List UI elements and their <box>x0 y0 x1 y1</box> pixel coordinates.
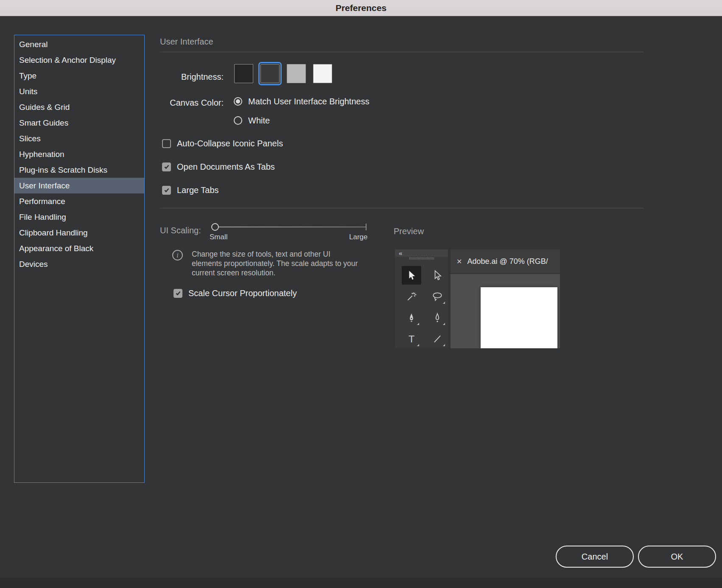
checkbox-label: Auto-Collapse Iconic Panels <box>177 139 283 148</box>
checkbox-checked-icon <box>174 289 182 298</box>
slider-max-label: Large <box>349 233 367 241</box>
slider-end-tick <box>366 224 367 230</box>
checkbox-unchecked-icon <box>162 139 171 148</box>
ui-scaling-info-text: Change the size of tools, text and other… <box>192 249 361 277</box>
radio-white[interactable]: White <box>234 115 270 126</box>
checkbox-scale-cursor-proportionately[interactable]: Scale Cursor Proportionately <box>174 288 297 299</box>
sidebar-item-selection-anchor-display[interactable]: Selection & Anchor Display <box>14 52 144 68</box>
divider <box>160 52 644 52</box>
radio-label: White <box>248 116 270 126</box>
canvas-color-label: Canvas Color: <box>160 98 224 108</box>
preview-tab-title: Adobe.ai @ 70% (RGB/ <box>467 257 548 266</box>
ui-scaling-label: UI Scaling: <box>160 226 201 235</box>
info-icon: i <box>172 250 183 260</box>
checkbox-label: Large Tabs <box>177 185 219 195</box>
window-title: Preferences <box>336 3 386 13</box>
preview-artboard <box>481 287 557 348</box>
preview-document-tab: ✕ Adobe.ai @ 70% (RGB/ <box>451 249 560 274</box>
sidebar-item-smart-guides[interactable]: Smart Guides <box>14 115 144 131</box>
sidebar-item-units[interactable]: Units <box>14 84 144 99</box>
ui-scaling-slider[interactable] <box>211 222 370 235</box>
sidebar-item-appearance-of-black[interactable]: Appearance of Black <box>14 241 144 256</box>
sidebar-item-slices[interactable]: Slices <box>14 131 144 146</box>
ok-button[interactable]: OK <box>638 546 716 568</box>
type-tool-icon: T <box>402 330 421 348</box>
page-title: User Interface <box>160 37 213 47</box>
sidebar-item-plugins-scratch-disks[interactable]: Plug-ins & Scratch Disks <box>14 162 144 178</box>
sidebar-item-hyphenation[interactable]: Hyphenation <box>14 146 144 162</box>
radio-selected-icon <box>234 97 242 106</box>
radio-unselected-icon <box>234 116 242 125</box>
sidebar-item-performance[interactable]: Performance <box>14 193 144 209</box>
check-icon <box>164 187 170 193</box>
preview-canvas <box>451 274 560 348</box>
radio-label: Match User Interface Brightness <box>248 97 369 106</box>
checkbox-checked-icon <box>162 162 171 171</box>
preview-document-area: ✕ Adobe.ai @ 70% (RGB/ <box>451 249 560 348</box>
cancel-button[interactable]: Cancel <box>556 546 634 568</box>
sidebar-item-clipboard-handling[interactable]: Clipboard Handling <box>14 225 144 241</box>
curvature-tool-icon <box>428 308 447 327</box>
preview-tools-grid: T <box>395 266 448 348</box>
collapse-icon: « <box>399 249 402 257</box>
divider <box>160 208 644 208</box>
magic-wand-tool-icon <box>402 287 421 306</box>
slider-knob[interactable] <box>211 223 219 231</box>
brightness-swatch-light[interactable] <box>313 64 332 83</box>
slider-track[interactable] <box>215 227 366 227</box>
brightness-swatch-dark[interactable] <box>234 64 253 83</box>
sidebar-item-devices[interactable]: Devices <box>14 256 144 272</box>
close-icon: ✕ <box>456 258 462 266</box>
sidebar-item-file-handling[interactable]: File Handling <box>14 209 144 225</box>
sidebar-item-guides-grid[interactable]: Guides & Grid <box>14 99 144 115</box>
preview-tools-panel: « <box>395 249 451 348</box>
radio-match-ui-brightness[interactable]: Match User Interface Brightness <box>234 96 369 106</box>
titlebar: Preferences <box>0 0 722 16</box>
preview-label: Preview <box>394 227 424 236</box>
brightness-swatch-medium-light[interactable] <box>287 64 306 83</box>
lasso-tool-icon <box>428 287 447 306</box>
checkbox-large-tabs[interactable]: Large Tabs <box>162 185 219 196</box>
checkbox-checked-icon <box>162 186 171 195</box>
sidebar-item-type[interactable]: Type <box>14 68 144 84</box>
sidebar-item-general[interactable]: General <box>14 36 144 52</box>
checkbox-open-documents-as-tabs[interactable]: Open Documents As Tabs <box>162 161 275 172</box>
brightness-label: Brightness: <box>160 72 224 82</box>
line-segment-tool-icon <box>428 330 447 348</box>
preview-image: « <box>395 249 560 348</box>
selection-tool-icon <box>402 266 421 285</box>
slider-min-label: Small <box>210 233 228 241</box>
checkbox-label: Open Documents As Tabs <box>177 162 275 172</box>
check-icon <box>164 164 170 170</box>
panel-grip <box>395 257 448 260</box>
window-bottom-edge <box>0 578 722 588</box>
check-icon <box>175 290 181 296</box>
brightness-swatch-group <box>234 64 332 83</box>
sidebar-item-user-interface[interactable]: User Interface <box>14 178 144 193</box>
grip-dots-icon <box>409 257 434 260</box>
brightness-swatch-medium-dark[interactable] <box>260 64 280 83</box>
preferences-category-list: General Selection & Anchor Display Type … <box>14 35 145 483</box>
direct-selection-tool-icon <box>428 266 447 285</box>
preview-panel-header: « <box>395 249 448 257</box>
pen-tool-icon <box>402 308 421 327</box>
checkbox-auto-collapse-iconic-panels[interactable]: Auto-Collapse Iconic Panels <box>162 138 283 149</box>
svg-text:T: T <box>408 334 414 344</box>
checkbox-label: Scale Cursor Proportionately <box>188 288 297 298</box>
